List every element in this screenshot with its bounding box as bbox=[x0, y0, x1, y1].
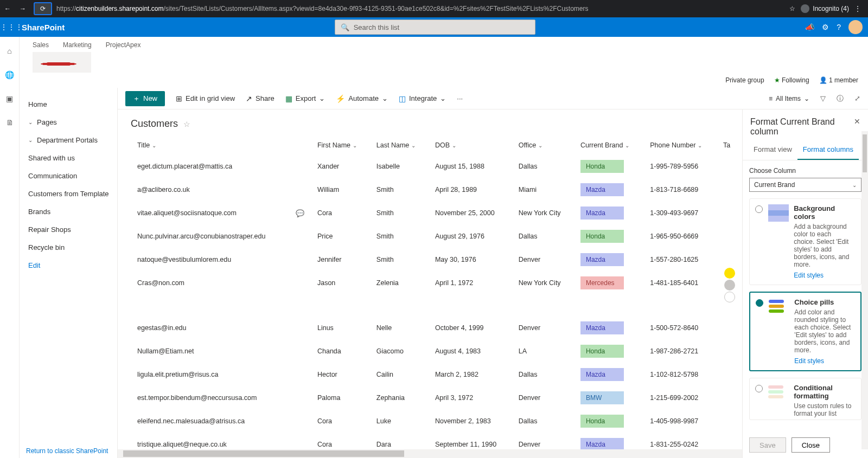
tab-format-columns[interactable]: Format columns bbox=[797, 141, 859, 160]
col-current-brand[interactable]: Current Brand⌄ bbox=[574, 136, 643, 155]
table-row[interactable] bbox=[118, 295, 742, 317]
info-icon[interactable]: ⓘ bbox=[837, 94, 844, 104]
refresh-button[interactable]: ⟳ bbox=[34, 2, 52, 15]
automate-button[interactable]: ⚡Automate ⌄ bbox=[336, 94, 388, 103]
table-row[interactable]: ligula.elit.pretium@risus.caHectorCailin… bbox=[118, 363, 742, 386]
col-phone[interactable]: Phone Number⌄ bbox=[643, 136, 717, 155]
col-last-name[interactable]: Last Name⌄ bbox=[370, 136, 429, 155]
table-row[interactable]: natoque@vestibulumlorem.eduJenniferSmith… bbox=[118, 248, 742, 272]
table-row[interactable]: Nunc.pulvinar.arcu@conubianostraper.eduP… bbox=[118, 225, 742, 248]
brand-label[interactable]: SharePoint bbox=[21, 23, 65, 32]
return-classic-link[interactable]: Return to classic SharePoint bbox=[26, 447, 108, 455]
settings-icon[interactable]: ⚙ bbox=[822, 23, 829, 31]
col-ta[interactable]: Ta bbox=[717, 136, 742, 155]
expand-icon[interactable]: ⤢ bbox=[854, 94, 860, 102]
search-box[interactable]: 🔍 Search this list bbox=[335, 20, 535, 35]
nav-dept-portals[interactable]: ⌄Department Portals bbox=[28, 131, 107, 149]
choose-column-label: Choose Column bbox=[749, 167, 861, 175]
filter-icon[interactable]: ▽ bbox=[820, 94, 826, 102]
close-button[interactable]: Close bbox=[792, 437, 830, 453]
cell-title[interactable]: vitae.aliquet@sociisnatoque.com bbox=[131, 202, 289, 225]
tab-sales[interactable]: Sales bbox=[33, 41, 49, 49]
automate-icon: ⚡ bbox=[336, 94, 345, 103]
panel-scrollbar[interactable] bbox=[861, 131, 868, 449]
globe-icon[interactable]: 🌐 bbox=[5, 70, 14, 79]
col-office[interactable]: Office⌄ bbox=[512, 136, 574, 155]
help-icon[interactable]: ? bbox=[837, 23, 841, 31]
nav-shared[interactable]: Shared with us bbox=[28, 149, 107, 167]
cell-title[interactable]: eleifend.nec.malesuada@atrisus.ca bbox=[131, 410, 289, 433]
table-row[interactable]: vitae.aliquet@sociisnatoque.com💬CoraSmit… bbox=[118, 202, 742, 225]
new-button[interactable]: ＋ New bbox=[125, 91, 165, 106]
col-dob[interactable]: DOB⌄ bbox=[429, 136, 512, 155]
cell-title[interactable]: a@aclibero.co.uk bbox=[131, 178, 289, 202]
members-button[interactable]: 👤 1 member bbox=[819, 76, 858, 84]
nav-edit[interactable]: Edit bbox=[28, 256, 107, 274]
browser-menu-icon[interactable]: ⋮ bbox=[854, 5, 861, 12]
files-icon[interactable]: 🗎 bbox=[6, 118, 14, 127]
option-background-colors[interactable]: Background colors Add a background color… bbox=[749, 198, 861, 285]
nav-pages[interactable]: ⌄Pages bbox=[28, 113, 107, 131]
user-avatar[interactable] bbox=[848, 20, 863, 34]
cell-title[interactable]: eget.dictum.placerat@mattis.ca bbox=[131, 155, 289, 178]
edit-styles-link[interactable]: Edit styles bbox=[794, 357, 824, 365]
tab-projectapex[interactable]: ProjectApex bbox=[106, 41, 141, 49]
overflow-button[interactable]: ··· bbox=[457, 94, 463, 102]
nav-recycle-bin[interactable]: Recycle bin bbox=[28, 238, 107, 256]
app-launcher-icon[interactable]: ⋮⋮⋮ bbox=[0, 23, 21, 31]
share-button[interactable]: ↗Share bbox=[246, 94, 275, 103]
col-title[interactable]: Title⌄ bbox=[131, 136, 289, 155]
horizontal-scrollbar[interactable] bbox=[118, 449, 742, 458]
table-row[interactable]: tristique.aliquet@neque.co.ukCoraDaraSep… bbox=[118, 433, 742, 450]
bookmark-icon[interactable]: ☆ bbox=[789, 5, 795, 12]
forward-button[interactable]: → bbox=[15, 5, 30, 12]
nav-customers-template[interactable]: Customers from Template bbox=[28, 185, 107, 203]
close-panel-button[interactable]: ✕ bbox=[854, 117, 860, 137]
nav-communication[interactable]: Communication bbox=[28, 167, 107, 185]
chevron-down-icon: ⌄ bbox=[28, 137, 33, 143]
cell-title[interactable]: egestas@in.edu bbox=[131, 317, 289, 340]
list-table[interactable]: Title⌄ First Name⌄ Last Name⌄ DOB⌄ Offic… bbox=[118, 136, 742, 449]
favorite-icon[interactable]: ☆ bbox=[183, 120, 190, 128]
cell-title[interactable]: tristique.aliquet@neque.co.uk bbox=[131, 433, 289, 450]
home-icon[interactable]: ⌂ bbox=[7, 47, 11, 55]
cell-last-name: Isabelle bbox=[370, 155, 429, 178]
news-icon[interactable]: ▣ bbox=[6, 94, 13, 103]
nav-brands[interactable]: Brands bbox=[28, 203, 107, 221]
table-row[interactable]: est.tempor.bibendum@neccursusa.comPaloma… bbox=[118, 386, 742, 410]
back-button[interactable]: ← bbox=[0, 5, 15, 12]
cell-first-name: Xander bbox=[311, 155, 370, 178]
nav-repair-shops[interactable]: Repair Shops bbox=[28, 221, 107, 238]
tab-format-view[interactable]: Format view bbox=[748, 141, 797, 160]
integrate-button[interactable]: ◫Integrate ⌄ bbox=[399, 94, 446, 103]
incognito-indicator: Incognito (4) bbox=[801, 4, 849, 13]
megaphone-icon[interactable]: 📣 bbox=[805, 23, 814, 31]
cell-title[interactable]: ligula.elit.pretium@risus.ca bbox=[131, 363, 289, 386]
cell-title[interactable]: est.tempor.bibendum@neccursusa.com bbox=[131, 386, 289, 410]
table-row[interactable]: Cras@non.comJasonZeleniaApril 1, 1972New… bbox=[118, 272, 742, 295]
nav-home[interactable]: Home bbox=[28, 95, 107, 113]
tab-marketing[interactable]: Marketing bbox=[63, 41, 92, 49]
address-bar[interactable]: https://citizenbuilders.sharepoint.com/s… bbox=[52, 5, 789, 12]
cell-title[interactable]: Nunc.pulvinar.arcu@conubianostraper.edu bbox=[131, 225, 289, 248]
table-row[interactable]: Nullam@Etiam.netChandaGiacomoAugust 4, 1… bbox=[118, 340, 742, 363]
cell-title[interactable]: Nullam@Etiam.net bbox=[131, 340, 289, 363]
export-button[interactable]: ▦Export ⌄ bbox=[285, 94, 326, 103]
column-select[interactable]: Current Brand ⌄ bbox=[749, 178, 861, 192]
table-row[interactable]: eget.dictum.placerat@mattis.caXanderIsab… bbox=[118, 155, 742, 178]
following-button[interactable]: ★ Following bbox=[774, 76, 809, 84]
option-choice-pills[interactable]: Choice pills Add color and rounded styli… bbox=[749, 292, 861, 371]
cell-last-name: Smith bbox=[370, 225, 429, 248]
cell-title[interactable]: natoque@vestibulumlorem.edu bbox=[131, 248, 289, 272]
cell-brand: Mazda bbox=[574, 202, 643, 225]
col-first-name[interactable]: First Name⌄ bbox=[311, 136, 370, 155]
table-row[interactable]: egestas@in.eduLinusNelleOctober 4, 1999D… bbox=[118, 317, 742, 340]
table-row[interactable]: a@aclibero.co.ukWilliamSmithApril 28, 19… bbox=[118, 178, 742, 202]
option-conditional-formatting[interactable]: Conditional formatting Use custom rules … bbox=[749, 378, 861, 420]
edit-grid-button[interactable]: ⊞Edit in grid view bbox=[176, 94, 235, 103]
view-switcher[interactable]: ≡ All Items ⌄ bbox=[769, 95, 809, 102]
edit-styles-link[interactable]: Edit styles bbox=[794, 272, 824, 279]
comment-icon[interactable]: 💬 bbox=[296, 209, 304, 217]
table-row[interactable]: eleifend.nec.malesuada@atrisus.caCoraLuk… bbox=[118, 410, 742, 433]
cell-title[interactable]: Cras@non.com bbox=[131, 272, 289, 295]
